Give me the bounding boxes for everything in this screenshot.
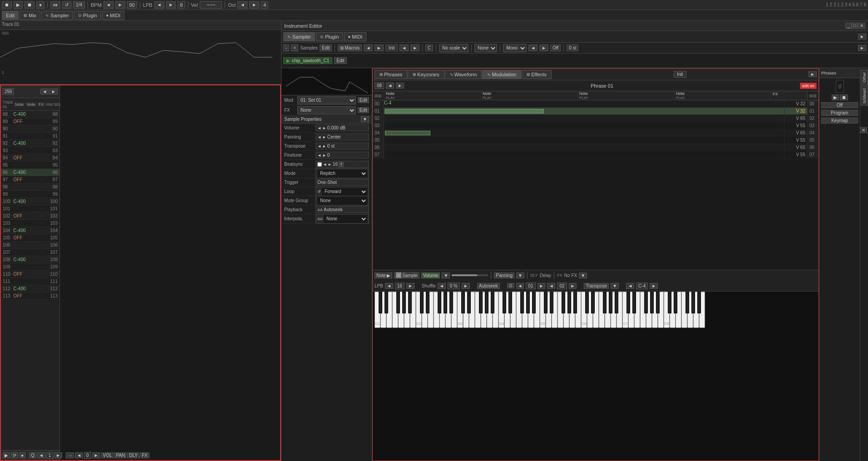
lpb-up[interactable]: ► bbox=[166, 1, 176, 9]
macros-next[interactable]: ► bbox=[375, 45, 384, 51]
white-key[interactable]: C4 bbox=[498, 292, 504, 328]
white-key[interactable] bbox=[528, 292, 534, 328]
mod-select[interactable]: 01: Set 01 bbox=[297, 96, 356, 104]
back-btn[interactable]: ⏮ bbox=[50, 1, 60, 9]
vol-slider[interactable] bbox=[452, 274, 488, 276]
pattern-row[interactable]: 95 ··· ··· 95 bbox=[1, 162, 59, 169]
pattern-row[interactable]: 91 ··· ··· 91 bbox=[1, 133, 59, 140]
oct-down[interactable]: ◄ bbox=[237, 1, 247, 9]
white-key[interactable] bbox=[611, 292, 616, 328]
lpb-01-prev[interactable]: ◄ bbox=[516, 283, 524, 289]
white-key[interactable]: C7 bbox=[622, 292, 628, 328]
pan-btn[interactable]: PAN bbox=[114, 452, 127, 458]
tab-mix[interactable]: ⊞ Mix bbox=[20, 11, 40, 20]
phrase-seq-row[interactable]: 04 V 65 04 bbox=[373, 129, 819, 137]
white-key[interactable] bbox=[593, 292, 599, 328]
inst-tab-sampler[interactable]: ∿ Sampler bbox=[283, 32, 315, 41]
pan-expand-btn[interactable]: ▼ bbox=[516, 273, 524, 278]
tab-midi[interactable]: ● MIDI bbox=[102, 11, 125, 20]
init-up[interactable]: ► bbox=[410, 45, 419, 51]
white-key[interactable] bbox=[380, 292, 386, 328]
vol-ctrl-btn[interactable]: Volume bbox=[421, 273, 440, 278]
fine-prev[interactable]: ◄ bbox=[317, 153, 321, 158]
loop-pattern-btn[interactable]: ⟳ bbox=[11, 452, 18, 458]
white-key[interactable] bbox=[575, 292, 581, 328]
white-key[interactable] bbox=[634, 292, 640, 328]
fx-expand-btn[interactable]: ▼ bbox=[579, 273, 587, 278]
pattern-row[interactable]: 94 OFF ··· 94 bbox=[1, 154, 59, 162]
phrase-off-btn[interactable]: Off bbox=[821, 102, 858, 108]
interp-icon[interactable]: AA bbox=[317, 217, 323, 221]
pattern-row[interactable]: 106 ··· ··· 106 bbox=[1, 242, 59, 249]
vol-btn[interactable]: VOL bbox=[101, 452, 114, 458]
phrase-seq-row[interactable]: 01 V 32 01 bbox=[373, 108, 819, 115]
mute-select[interactable]: None bbox=[317, 197, 367, 205]
note-play-btn[interactable]: Note ▶ bbox=[375, 273, 392, 278]
phrase-play-btn[interactable]: ▶ bbox=[832, 94, 839, 100]
white-key[interactable] bbox=[681, 292, 687, 328]
pan-prev[interactable]: ◄ bbox=[317, 135, 321, 139]
vol-expand-btn[interactable]: ▼ bbox=[442, 273, 450, 278]
phrase-seq-row[interactable]: 06 V 65 06 bbox=[373, 144, 819, 151]
white-key[interactable]: C3 bbox=[457, 292, 463, 328]
pattern-row[interactable]: 97 OFF ··· 97 bbox=[1, 176, 59, 183]
minus-btn[interactable]: - bbox=[283, 45, 289, 51]
phrase-keymap-btn[interactable]: Keymap bbox=[821, 118, 858, 124]
phrase-program-btn[interactable]: Program bbox=[821, 110, 858, 116]
pattern-row[interactable]: 93 ··· ··· 93 bbox=[1, 147, 59, 154]
white-key[interactable] bbox=[392, 292, 398, 328]
mono-prev[interactable]: ◄ bbox=[528, 45, 538, 51]
pan-next[interactable]: ► bbox=[322, 135, 326, 139]
play-pattern-btn[interactable]: ▶ bbox=[3, 452, 10, 458]
white-key[interactable]: C2 bbox=[416, 292, 422, 328]
white-key[interactable] bbox=[605, 292, 611, 328]
white-key[interactable] bbox=[469, 292, 475, 328]
loop-select[interactable]: Forward bbox=[322, 188, 367, 196]
phrase-tab-modulation[interactable]: ∿ Modulation bbox=[482, 70, 521, 79]
none-select[interactable]: None bbox=[474, 44, 497, 52]
white-key[interactable] bbox=[546, 292, 552, 328]
inst-close-btn[interactable]: ✕ bbox=[858, 23, 865, 29]
fx-bottom-btn[interactable]: FX bbox=[140, 452, 149, 458]
white-key[interactable] bbox=[640, 292, 646, 328]
white-key[interactable]: C8 bbox=[664, 292, 670, 328]
loop-icon-btn[interactable]: ⊡ bbox=[507, 283, 514, 288]
pattern-row[interactable]: 102 OFF ··· 102 bbox=[1, 213, 59, 220]
white-key[interactable] bbox=[587, 292, 593, 328]
pattern-row[interactable]: 88 C-400 ··· 88 bbox=[1, 111, 59, 118]
white-key[interactable] bbox=[434, 292, 439, 328]
fx-edit-btn[interactable]: Edit bbox=[358, 107, 369, 113]
pattern-row[interactable]: 92 C-400 ··· 92 bbox=[1, 140, 59, 147]
white-key[interactable] bbox=[599, 292, 605, 328]
side-tab-other[interactable]: Other bbox=[861, 70, 868, 85]
trans-down[interactable]: ▼ bbox=[611, 283, 619, 289]
dly-btn[interactable]: DLY bbox=[127, 452, 139, 458]
macros-prev[interactable]: ◄ bbox=[364, 45, 373, 51]
c4-next[interactable]: ► bbox=[650, 283, 658, 289]
plus-btn[interactable]: + bbox=[291, 45, 298, 51]
white-key[interactable] bbox=[481, 292, 487, 328]
phrase-tab-waveform[interactable]: ∿ Waveform bbox=[445, 70, 482, 79]
adv-prev[interactable]: ◄ bbox=[75, 452, 83, 458]
phrase-seq-row[interactable]: 03 V 55 03 bbox=[373, 122, 819, 129]
pattern-row[interactable]: 108 C-400 ··· 108 bbox=[1, 256, 59, 263]
inst-maximize-btn[interactable]: □ bbox=[852, 23, 858, 29]
pattern-row[interactable]: 107 ··· ··· 107 bbox=[1, 249, 59, 256]
white-key[interactable] bbox=[422, 292, 428, 328]
sample-ref-btn[interactable]: S Sample bbox=[394, 272, 419, 278]
white-key[interactable] bbox=[386, 292, 392, 328]
pattern-row[interactable]: 110 OFF ··· 110 bbox=[1, 271, 59, 278]
play-btn[interactable]: ▶ bbox=[14, 1, 23, 9]
phrase-stop-btn[interactable]: ⏹ bbox=[840, 94, 848, 100]
white-key[interactable] bbox=[445, 292, 451, 328]
trans-prev[interactable]: ◄ bbox=[317, 144, 321, 149]
white-key[interactable] bbox=[504, 292, 510, 328]
white-key[interactable]: C1 bbox=[375, 292, 380, 328]
side-close-btn[interactable]: ✕ bbox=[860, 127, 867, 133]
bpm-up[interactable]: ► bbox=[115, 1, 125, 9]
scale-select[interactable]: No scale bbox=[439, 44, 469, 52]
white-key[interactable] bbox=[552, 292, 557, 328]
white-key[interactable] bbox=[569, 292, 575, 328]
mono-select[interactable]: Mono bbox=[503, 44, 527, 52]
white-key[interactable] bbox=[410, 292, 416, 328]
